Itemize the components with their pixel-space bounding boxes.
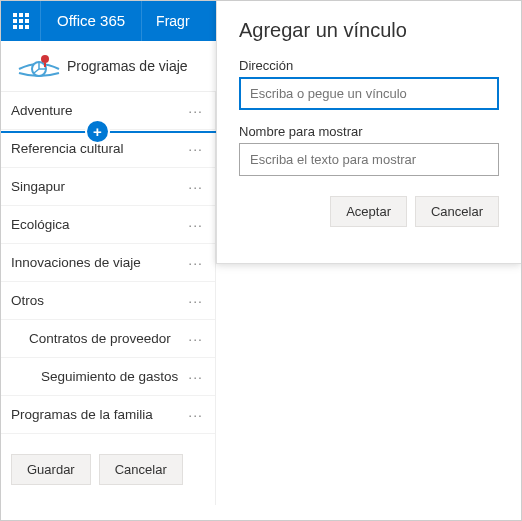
svg-rect-2 (25, 13, 29, 17)
nav-item-singapur[interactable]: Singapur ··· (1, 168, 215, 206)
more-icon[interactable]: ··· (186, 331, 205, 347)
plus-icon: + (93, 123, 102, 140)
cancel-button[interactable]: Cancelar (99, 454, 183, 485)
dialog-title: Agregar un vínculo (239, 19, 499, 42)
add-link-button[interactable]: + (87, 121, 108, 142)
nav-item-label: Ecológica (11, 217, 186, 232)
nav-item-referencia-cultural[interactable]: Referencia cultural ··· (1, 130, 215, 168)
nav-item-ecologica[interactable]: Ecológica ··· (1, 206, 215, 244)
more-icon[interactable]: ··· (186, 293, 205, 309)
more-icon[interactable]: ··· (186, 179, 205, 195)
globe-pin-icon (17, 51, 61, 81)
nav-item-label: Otros (11, 293, 186, 308)
nav-item-label: Programas de la familia (11, 407, 186, 422)
dialog-cancel-button[interactable]: Cancelar (415, 196, 499, 227)
nav-item-label: Seguimiento de gastos (41, 369, 186, 384)
svg-rect-1 (19, 13, 23, 17)
nav-item-label: Referencia cultural (11, 141, 186, 156)
more-icon[interactable]: ··· (186, 103, 205, 119)
brand-label[interactable]: Office 365 (41, 1, 142, 41)
waffle-icon (13, 13, 29, 29)
nav-footer: Guardar Cancelar (1, 434, 215, 495)
dialog-footer: Aceptar Cancelar (239, 196, 499, 227)
nav-item-label: Adventure (11, 103, 186, 118)
svg-rect-3 (13, 19, 17, 23)
svg-rect-0 (13, 13, 17, 17)
ok-button[interactable]: Aceptar (330, 196, 407, 227)
nav-item-label: Innovaciones de viaje (11, 255, 186, 270)
more-icon[interactable]: ··· (186, 369, 205, 385)
svg-rect-6 (13, 25, 17, 29)
site-logo[interactable] (11, 51, 67, 81)
address-label: Dirección (239, 58, 499, 73)
svg-rect-8 (25, 25, 29, 29)
nav-edit-panel: Adventure ··· Referencia cultural ··· Si… (1, 92, 216, 505)
add-link-dialog: Agregar un vínculo Dirección Nombre para… (216, 1, 521, 264)
nav-item-familia[interactable]: Programas de la familia ··· (1, 396, 215, 434)
address-input[interactable] (239, 77, 499, 110)
nav-item-innovaciones[interactable]: Innovaciones de viaje ··· (1, 244, 215, 282)
nav-item-label: Contratos de proveedor (29, 331, 186, 346)
nav-item-contratos[interactable]: Contratos de proveedor ··· (1, 320, 215, 358)
site-title[interactable]: Programas de viaje (67, 58, 188, 74)
app-launcher-button[interactable] (1, 1, 41, 41)
nav-item-otros[interactable]: Otros ··· (1, 282, 215, 320)
display-name-input[interactable] (239, 143, 499, 176)
more-icon[interactable]: ··· (186, 217, 205, 233)
nav-item-label: Singapur (11, 179, 186, 194)
svg-rect-7 (19, 25, 23, 29)
nav-item-adventure[interactable]: Adventure ··· (1, 92, 215, 130)
more-icon[interactable]: ··· (186, 141, 205, 157)
more-icon[interactable]: ··· (186, 407, 205, 423)
svg-point-10 (41, 55, 49, 63)
svg-rect-5 (25, 19, 29, 23)
nav-tab[interactable]: Fragr (142, 1, 203, 41)
svg-rect-4 (19, 19, 23, 23)
nav-item-seguimiento[interactable]: Seguimiento de gastos ··· (1, 358, 215, 396)
save-button[interactable]: Guardar (11, 454, 91, 485)
more-icon[interactable]: ··· (186, 255, 205, 271)
display-name-label: Nombre para mostrar (239, 124, 499, 139)
